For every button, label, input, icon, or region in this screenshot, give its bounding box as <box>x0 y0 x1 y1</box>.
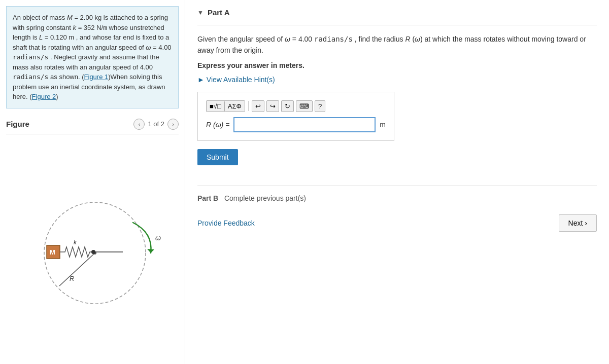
part-b-section: Part B Complete previous part(s) <box>197 194 597 202</box>
undo-button[interactable]: ↩ <box>252 100 264 112</box>
svg-text:M: M <box>50 248 55 256</box>
figure-section: Figure ‹ 1 of 2 › R <box>0 115 185 365</box>
svg-text:k: k <box>74 239 77 246</box>
svg-text:R: R <box>70 275 74 282</box>
part-b-divider <box>197 186 597 186</box>
figure-next-button[interactable]: › <box>167 119 179 130</box>
figure-canvas: R M k ω <box>6 138 179 358</box>
redo-button[interactable]: ↪ <box>266 100 279 112</box>
provide-feedback-link[interactable]: Provide Feedback <box>197 219 255 227</box>
part-a-title: Part A <box>208 8 230 17</box>
figure1-link[interactable]: Figure 1 <box>84 73 109 81</box>
insert-symbol-button[interactable]: ■√□ <box>207 101 225 112</box>
figure-svg: R M k ω <box>16 192 168 304</box>
toolbar-group-insert: ■√□ ΑΣΦ <box>206 100 245 112</box>
hint-arrow: ► <box>197 76 205 84</box>
math-toolbar: ■√□ ΑΣΦ ↩ ↪ ↻ ⌨ ? <box>206 100 386 112</box>
greek-symbols-button[interactable]: ΑΣΦ <box>225 101 245 112</box>
figure-nav: ‹ 1 of 2 › <box>133 119 179 130</box>
hint-toggle[interactable]: ► View Available Hint(s) <box>197 76 597 84</box>
hint-label: View Available Hint(s) <box>207 76 275 84</box>
submit-button[interactable]: Submit <box>197 149 238 165</box>
answer-unit: m <box>380 121 386 129</box>
figure-count: 1 of 2 <box>148 120 164 128</box>
keyboard-button[interactable]: ⌨ <box>296 100 313 112</box>
part-b-text <box>220 194 222 202</box>
problem-description: An object of mass M = 2.00 kg is attache… <box>6 6 179 108</box>
part-a-divider <box>197 25 597 25</box>
figure2-link[interactable]: Figure 2 <box>32 93 56 100</box>
bottom-bar: Provide Feedback Next › <box>197 214 597 232</box>
svg-text:ω: ω <box>155 234 161 242</box>
figure-title: Figure <box>6 120 29 128</box>
left-panel: An object of mass M = 2.00 kg is attache… <box>0 0 185 364</box>
reset-button[interactable]: ↻ <box>281 100 294 112</box>
part-b-label: Part B <box>197 194 218 202</box>
next-chevron-icon: › <box>585 219 587 227</box>
next-label: Next <box>568 219 583 227</box>
question-text: Given the angular speed of ω = 4.00 radi… <box>197 33 597 56</box>
svg-marker-9 <box>147 249 154 253</box>
part-b-instruction: Complete previous part(s) <box>224 194 306 202</box>
next-button[interactable]: Next › <box>559 214 597 232</box>
part-a-toggle[interactable]: ▼ <box>197 9 204 16</box>
right-panel: ▼ Part A Given the angular speed of ω = … <box>185 0 609 364</box>
answer-row: R (ω) = m <box>206 117 386 132</box>
figure-prev-button[interactable]: ‹ <box>133 119 145 130</box>
help-button[interactable]: ? <box>315 100 325 112</box>
part-a-header: ▼ Part A <box>197 8 597 17</box>
svg-line-2 <box>59 253 95 286</box>
answer-box: ■√□ ΑΣΦ ↩ ↪ ↻ ⌨ ? R (ω) = m <box>197 92 394 141</box>
answer-instruction: Express your answer in meters. <box>197 61 597 69</box>
answer-label: R (ω) = <box>206 121 229 129</box>
toolbar-separator <box>248 101 249 111</box>
answer-input[interactable] <box>233 117 376 132</box>
figure-header: Figure ‹ 1 of 2 › <box>6 115 179 134</box>
